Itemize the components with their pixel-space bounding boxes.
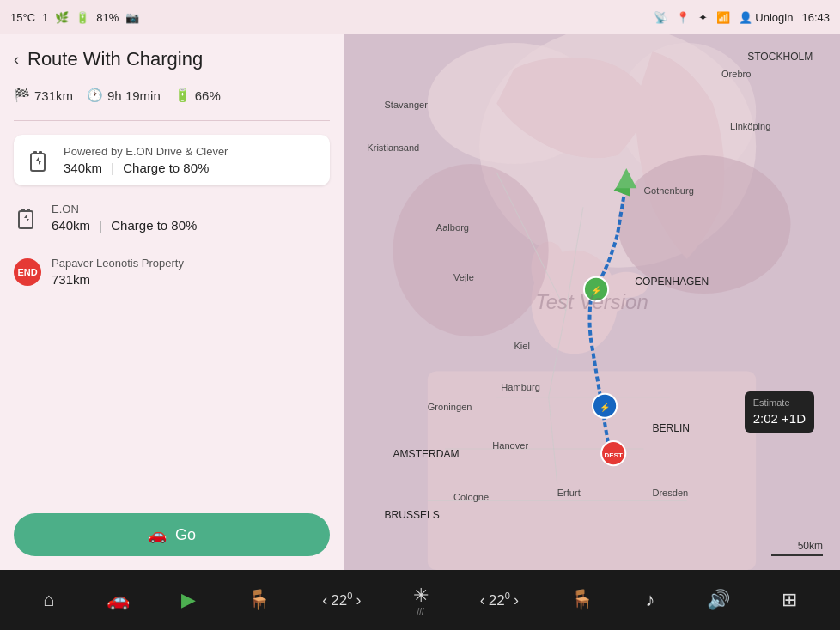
temp-right-control: ‹ 220 › [480, 591, 519, 609]
back-button[interactable]: ‹ [14, 51, 19, 69]
svg-text:Erfurt: Erfurt [557, 488, 581, 498]
clock-icon: 🕐 [87, 88, 103, 103]
svg-text:⚡: ⚡ [591, 285, 602, 296]
separator-1: | [111, 161, 114, 175]
distance-summary: 🏁 731km [14, 88, 73, 103]
svg-text:Hanover: Hanover [492, 440, 528, 451]
svg-rect-5 [27, 209, 30, 212]
svg-rect-0 [31, 154, 45, 171]
svg-text:BRUSSELS: BRUSSELS [384, 509, 439, 521]
main-area: ‹ Route With Charging 🏁 731km 🕐 9h 19min… [0, 34, 840, 570]
stop-1-info: Powered by E.ON Drive & Clever 340km | C… [64, 145, 318, 175]
charging-icon-1 [26, 147, 53, 174]
separator-2: | [99, 218, 102, 233]
svg-text:Vejle: Vejle [453, 272, 474, 282]
go-label: Go [175, 526, 196, 544]
svg-point-14 [393, 164, 549, 336]
battery-value: 66% [195, 88, 221, 103]
svg-text:Hamburg: Hamburg [501, 382, 540, 392]
battery-percent: 81% [96, 11, 119, 24]
svg-text:BERLIN: BERLIN [652, 422, 690, 434]
stop-2-details: 640km | Charge to 80% [52, 218, 330, 233]
svg-text:Cologne: Cologne [453, 492, 489, 502]
home-button[interactable]: ⌂ [43, 589, 54, 611]
stop-3: END Papaver Leonotis Property 731km [14, 250, 330, 294]
route-panel: ‹ Route With Charging 🏁 731km 🕐 9h 19min… [0, 34, 344, 570]
map-scale: 50km [771, 540, 823, 556]
temp-left-decrease[interactable]: ‹ [322, 591, 327, 609]
status-right: 📡 📍 ✦ 📶 👤 Unlogin 16:43 [654, 11, 830, 24]
stop-2-info: E.ON 640km | Charge to 80% [52, 203, 330, 233]
temp-right-decrease[interactable]: ‹ [480, 591, 485, 609]
svg-text:DEST: DEST [604, 451, 623, 459]
distance-value: 731km [34, 88, 73, 103]
stop-2-charge: Charge to 80% [111, 218, 197, 233]
car-button[interactable]: 🚗 [107, 589, 130, 611]
svg-text:⚡: ⚡ [600, 402, 611, 413]
svg-text:Dresden: Dresden [652, 488, 688, 498]
svg-rect-2 [39, 151, 42, 154]
leaf-icon: 🌿 [55, 11, 69, 24]
panel-title: Route With Charging [27, 48, 203, 70]
panel-header: ‹ Route With Charging [14, 48, 330, 70]
stop-3-info: Papaver Leonotis Property 731km [52, 257, 330, 287]
svg-rect-4 [21, 209, 25, 212]
svg-rect-12 [428, 372, 756, 570]
car-icon: 🚗 [148, 525, 167, 544]
svg-point-13 [618, 155, 790, 294]
estimate-label: Estimate [753, 397, 806, 409]
temp-left-increase[interactable]: › [356, 591, 361, 609]
estimate-box: Estimate 2:02 +1D [745, 391, 814, 433]
flag-icon: 🏁 [14, 88, 30, 103]
apps-button[interactable]: ⊞ [782, 589, 797, 611]
navigation-button[interactable]: ▶ [181, 589, 196, 611]
stop-1-details: 340km | Charge to 80% [64, 161, 318, 175]
svg-rect-1 [33, 151, 37, 154]
stop-2-km: 640km [52, 218, 90, 233]
scale-label: 50km [798, 540, 823, 552]
map-svg: ⚡ ⚡ DEST Stavanger Kristiansand Gothenbu… [344, 34, 840, 570]
temp-left-control: ‹ 220 › [322, 591, 361, 609]
temp-right-increase[interactable]: › [514, 591, 519, 609]
svg-rect-3 [19, 211, 33, 228]
battery-summary: 🔋 66% [174, 88, 221, 103]
charging-icon-2 [14, 204, 41, 232]
svg-text:Aalborg: Aalborg [436, 222, 469, 233]
map-area: ⚡ ⚡ DEST Stavanger Kristiansand Gothenbu… [344, 34, 840, 570]
svg-text:Stavanger: Stavanger [384, 100, 428, 110]
divider1 [14, 120, 330, 121]
svg-text:Örebro: Örebro [721, 69, 751, 79]
end-badge: END [14, 258, 41, 286]
fan-icon[interactable]: ✳ [413, 585, 429, 607]
svg-text:AMSTERDAM: AMSTERDAM [393, 448, 460, 460]
fan-label: /// [417, 607, 423, 616]
speed-icon: 1 [42, 11, 48, 24]
bottom-bar: ⌂ 🚗 ▶ 🪑 ‹ 220 › ✳ /// ‹ 220 › 🪑 ♪ 🔊 ⊞ [0, 570, 840, 630]
location-icon: 📍 [676, 11, 690, 24]
stop-card-1: Powered by E.ON Drive & Clever 340km | C… [14, 135, 330, 185]
seat-heat-button[interactable]: 🪑 [570, 589, 593, 611]
scale-bar [771, 554, 823, 556]
go-button[interactable]: 🚗 Go [14, 513, 330, 556]
estimate-value: 2:02 +1D [753, 409, 806, 427]
stop-3-km: 731km [52, 272, 330, 287]
stop-2: E.ON 640km | Charge to 80% [14, 196, 330, 239]
seat-button[interactable]: 🪑 [247, 589, 271, 611]
music-button[interactable]: ♪ [645, 589, 654, 611]
spacer [14, 304, 330, 496]
user-label: 👤 Unlogin [739, 11, 794, 24]
svg-text:STOCKHOLM: STOCKHOLM [747, 51, 813, 63]
temp-left-value: 220 [331, 591, 352, 609]
svg-text:Linköping: Linköping [730, 121, 770, 131]
camera-icon: 📷 [125, 11, 139, 24]
temperature-display: 15°C [10, 11, 35, 24]
battery-summary-icon: 🔋 [174, 88, 191, 103]
stop-1-charge: Charge to 80% [123, 161, 209, 175]
clock: 16:43 [801, 11, 830, 24]
svg-text:COPENHAGEN: COPENHAGEN [635, 276, 709, 288]
volume-button[interactable]: 🔊 [707, 589, 730, 611]
svg-text:Kiel: Kiel [514, 341, 529, 351]
svg-text:Gothenburg: Gothenburg [643, 185, 693, 196]
stop-1-km: 340km [64, 161, 102, 175]
status-left: 15°C 1 🌿 🔋 81% 📷 [10, 11, 139, 24]
